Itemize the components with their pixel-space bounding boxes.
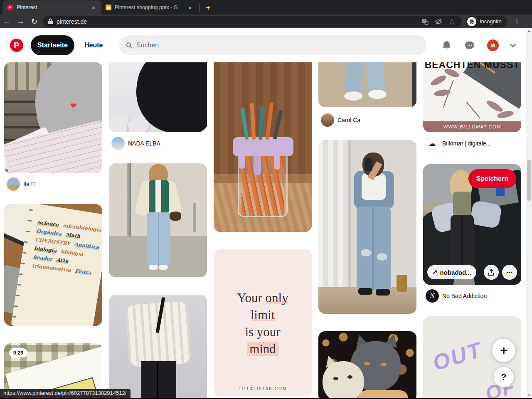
avatar: M [487,39,499,51]
translate-icon[interactable] [420,18,430,25]
art-shape [433,89,451,98]
pin-quote[interactable]: Your only limit is your mind LILLALIPTAK… [214,249,312,396]
art-shape [333,377,338,380]
quote-line: Your [237,291,265,305]
art-shape [364,362,370,365]
art-shape [485,99,504,113]
pin-varsity-outfit[interactable] [109,163,207,277]
incognito-label: Incognito [480,18,502,25]
pin-cats-bokeh[interactable] [318,331,416,399]
word: CHEMISTRY [35,236,71,246]
pin-author-row[interactable]: NADA ELBA [109,137,207,150]
art-shape [344,91,362,101]
art-shape [149,180,169,214]
art-shape [238,151,288,217]
avatar [7,177,20,191]
address-bar[interactable]: pinterest.de ☆ [43,16,462,27]
pin-link-label: nobadad... [440,269,471,276]
more-icon: ••• [507,270,513,275]
art-shape [453,192,471,216]
art-shape [323,361,364,399]
art-shape [366,62,386,91]
word: Arte [56,257,69,264]
page-scrollbar[interactable]: ▲ ▼ [526,28,532,399]
more-options-button[interactable]: ••• [502,265,517,280]
pin-author-row[interactable]: ☁ Billomat | digitale... [423,137,521,150]
word: biología [60,249,84,257]
grid-column-4: Carol Ca [318,62,416,399]
quote-line: is your [245,325,280,339]
pin-pencil-jar[interactable] [214,62,312,232]
word: header [33,254,53,262]
status-url-bar: https://www.pinterest.de/pin/60277873138… [0,389,131,398]
profile-avatar[interactable]: M [483,39,503,51]
share-button[interactable] [484,265,499,280]
art-shape [233,137,293,156]
art-shape [397,275,407,292]
author-name: Billomat | digitale... [442,140,491,147]
pinterest-logo[interactable]: P [10,39,23,52]
scrollbar-thumb[interactable] [527,160,531,201]
new-tab-button[interactable]: + [202,3,215,13]
pin-no-bad-addiction[interactable]: Speichern ↗ nobadad... ••• [423,164,521,285]
pin-link-button[interactable]: ↗ nobadad... [427,265,476,279]
account-menu-button[interactable] [506,44,520,47]
word: trigonometría [32,263,71,273]
author-name: NADA ELBA [128,140,160,147]
tab-slides[interactable]: Pinterest shopping.pptx - G × [101,0,198,15]
word: Orgánica [36,228,62,237]
quote-source: LILLALIPTAK.COM [214,387,312,391]
pin-billomat[interactable]: BEACHTEN MUSST WWW.BILLOMAT.COM [423,62,521,132]
incognito-badge: Incognito [466,16,507,27]
forward-button[interactable]: → [14,17,27,26]
author-name: Ila □ [23,181,34,187]
pin-jeans-carpet[interactable] [318,62,416,107]
avatar: N [426,289,439,303]
nav-startseite[interactable]: Startseite [31,35,74,55]
pin-hoodie-cafe[interactable]: ❤ [4,62,102,173]
video-duration-badge: 0:29 [9,348,27,357]
pin-hover-actions: ↗ nobadad... ••• [427,265,517,280]
create-pin-button[interactable]: + [492,339,515,362]
reload-button[interactable]: ↻ [27,17,41,26]
pinterest-favicon-icon: P [7,4,13,11]
search-input[interactable] [136,42,420,49]
pin-author-row[interactable]: Ila □ [4,177,102,191]
tab-pinterest[interactable]: P Pinterest × [2,0,101,15]
pin-author-row[interactable]: N No Bad Addiction [423,289,521,303]
art-shape [357,207,391,290]
pin-study-notes[interactable]: Science microbiología Orgánica Math CHEM… [4,204,102,326]
grid-column-3: Your only limit is your mind LILLALIPTAK… [214,62,312,396]
save-button[interactable]: Speichern [468,169,516,188]
author-name: No Bad Addiction [442,293,487,299]
notifications-button[interactable] [436,40,456,51]
bookmark-star-icon[interactable]: ☆ [447,17,457,26]
messages-button[interactable] [460,40,480,51]
art-shape [365,158,372,171]
close-icon[interactable]: × [186,4,194,11]
word: Science [37,219,59,228]
help-button[interactable]: ? [494,367,514,387]
author-name: Carol Ca [337,117,360,123]
arrow-up-right-icon: ↗ [432,268,438,276]
close-icon[interactable]: × [90,4,97,11]
pin-white-sweater[interactable] [109,295,207,399]
art-shape [170,212,181,221]
scroll-down-arrow[interactable]: ▼ [526,394,532,397]
browser-tab-bar: P Pinterest × Pinterest shopping.pptx - … [0,0,532,15]
scroll-up-arrow[interactable]: ▲ [526,29,532,33]
eye-off-icon[interactable] [433,18,443,25]
nav-heute[interactable]: Heute [78,35,109,55]
tab-title: Pinterest shopping.pptx - G [115,5,183,10]
grid-column-1: ❤ Ila □ Science microbiología Orgánica M… [4,62,102,399]
pin-author-row[interactable]: Carol Ca [318,113,416,127]
art-shape [127,163,131,236]
browser-menu-icon[interactable]: ⋮ [511,17,523,25]
pin-word: OUT [430,337,485,376]
pin-denim-selfie[interactable] [318,140,416,314]
back-button[interactable]: ← [0,17,14,26]
search-icon [126,42,133,49]
art-shape [358,288,372,295]
pin-snow-jacket[interactable] [109,62,207,132]
search-bar[interactable] [119,35,426,55]
